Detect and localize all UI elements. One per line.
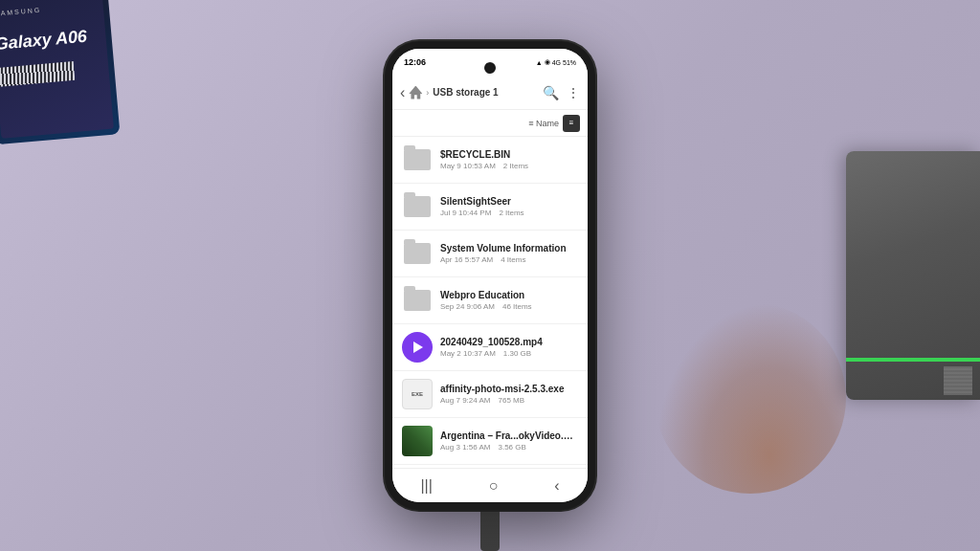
4g-icon: 4G <box>552 59 561 66</box>
file-meta: Aug 3 1:56 AM 3.56 GB <box>440 443 578 452</box>
signal-icon: ▲ <box>536 59 543 66</box>
sort-toggle-icon: ≡ <box>569 119 574 127</box>
back-button[interactable]: ‹ <box>400 84 405 101</box>
status-icons: ▲ ◉ 4G 51% <box>536 58 576 66</box>
folder-icon <box>402 285 433 316</box>
chevron-icon: › <box>426 88 429 98</box>
file-info: Argentina – Fra...okyVideo.mp4 Aug 3 1:5… <box>440 430 578 452</box>
sort-label[interactable]: ≡ Name <box>528 119 559 128</box>
file-name: Webpro Education <box>440 290 578 300</box>
list-item[interactable]: Argentina – Fra...okyVideo.mp4 Aug 3 1:5… <box>392 418 588 465</box>
file-name: System Volume Information <box>440 243 578 253</box>
file-meta: May 2 10:37 AM 1.30 GB <box>440 349 578 358</box>
file-date: Sep 24 9:06 AM <box>440 302 495 311</box>
home-icon[interactable] <box>409 86 422 99</box>
phone-device: 12:06 ▲ ◉ 4G 51% ‹ › USB storage 1 🔍 ⋮ ≡ <box>385 41 595 510</box>
sort-bar: ≡ Name ≡ <box>392 110 588 137</box>
nav-bar: ‹ › USB storage 1 🔍 ⋮ <box>392 76 588 110</box>
battery-icon: 51% <box>563 59 576 66</box>
file-info: affinity-photo-msi-2.5.3.exe Aug 7 9:24 … <box>440 384 578 405</box>
file-meta: Jul 9 10:44 PM 2 Items <box>440 209 578 217</box>
phone-box: SAMSUNG Galaxy A06 <box>0 0 120 144</box>
file-size: 46 Items <box>502 302 532 311</box>
sort-toggle-button[interactable]: ≡ <box>563 115 580 132</box>
file-info: SilentSightSeer Jul 9 10:44 PM 2 Items <box>440 196 578 217</box>
video-icon <box>402 332 433 363</box>
file-info: Webpro Education Sep 24 9:06 AM 46 Items <box>440 290 578 311</box>
bottom-nav: ||| ○ ‹ <box>392 468 588 502</box>
file-date: Aug 7 9:24 AM <box>440 396 490 405</box>
file-list: $RECYCLE.BIN May 9 10:53 AM 2 Items Sile… <box>392 137 588 468</box>
file-size: 2 Items <box>503 162 528 170</box>
usb-cable <box>480 503 500 551</box>
file-date: Jul 9 10:44 PM <box>440 209 491 217</box>
folder-icon <box>402 238 433 269</box>
file-name: SilentSightSeer <box>440 196 578 207</box>
nav-location: USB storage 1 <box>433 87 498 98</box>
list-item[interactable]: 20240429_100528.mp4 May 2 10:37 AM 1.30 … <box>392 324 588 371</box>
list-item[interactable]: System Volume Information Apr 16 5:57 AM… <box>392 231 588 277</box>
external-drive <box>846 151 980 400</box>
file-meta: Apr 16 5:57 AM 4 Items <box>440 255 578 264</box>
list-item[interactable]: $RECYCLE.BIN May 9 10:53 AM 2 Items <box>392 137 588 184</box>
file-name: affinity-photo-msi-2.5.3.exe <box>440 384 578 394</box>
status-time: 12:06 <box>404 57 426 67</box>
file-size: 765 MB <box>498 396 524 405</box>
drive-green-stripe <box>846 358 980 362</box>
exe-icon: EXE <box>402 379 433 409</box>
back-nav-button[interactable]: ||| <box>420 477 432 495</box>
file-size: 4 Items <box>501 255 525 264</box>
list-item[interactable]: EXE affinity-photo-msi-2.5.3.exe Aug 7 9… <box>392 371 588 418</box>
nav-actions: 🔍 ⋮ <box>543 85 580 100</box>
phone-screen: 12:06 ▲ ◉ 4G 51% ‹ › USB storage 1 🔍 ⋮ ≡ <box>392 49 588 502</box>
file-size: 1.30 GB <box>503 349 531 358</box>
file-size: 3.56 GB <box>498 443 525 452</box>
wifi-icon: ◉ <box>545 58 550 66</box>
more-icon[interactable]: ⋮ <box>567 85 580 100</box>
folder-icon <box>402 144 433 175</box>
folder-icon <box>402 191 433 222</box>
file-name: 20240429_100528.mp4 <box>440 337 578 347</box>
file-meta: May 9 10:53 AM 2 Items <box>440 162 578 170</box>
file-info: System Volume Information Apr 16 5:57 AM… <box>440 243 578 264</box>
file-info: 20240429_100528.mp4 May 2 10:37 AM 1.30 … <box>440 337 578 358</box>
home-nav-button[interactable]: ○ <box>489 477 499 495</box>
phone-notch <box>484 62 496 74</box>
file-size: 2 Items <box>499 209 523 217</box>
file-date: Apr 16 5:57 AM <box>440 255 493 264</box>
list-item[interactable]: SilentSightSeer Jul 9 10:44 PM 2 Items <box>392 184 588 231</box>
list-item[interactable]: Webpro Education Sep 24 9:06 AM 46 Items <box>392 277 588 324</box>
file-meta: Aug 7 9:24 AM 765 MB <box>440 396 578 405</box>
search-icon[interactable]: 🔍 <box>543 85 559 100</box>
file-meta: Sep 24 9:06 AM 46 Items <box>440 302 578 311</box>
file-info: $RECYCLE.BIN May 9 10:53 AM 2 Items <box>440 149 578 170</box>
file-date: May 9 10:53 AM <box>440 162 496 170</box>
file-name: $RECYCLE.BIN <box>440 149 578 160</box>
file-date: Aug 3 1:56 AM <box>440 443 490 452</box>
mp4-thumbnail <box>402 426 433 456</box>
file-date: May 2 10:37 AM <box>440 349 496 358</box>
drive-qr-code <box>944 366 972 395</box>
file-name: Argentina – Fra...okyVideo.mp4 <box>440 430 578 441</box>
breadcrumb: › USB storage 1 <box>409 86 539 99</box>
recent-nav-button[interactable]: ‹ <box>554 477 559 495</box>
